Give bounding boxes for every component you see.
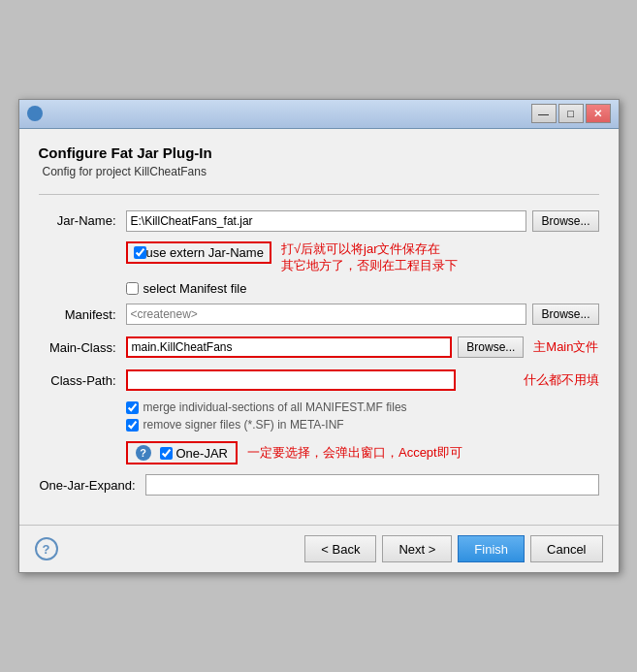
footer-bar: ? < Back Next > Finish Cancel xyxy=(19,525,619,572)
jar-name-input[interactable] xyxy=(126,210,527,232)
jar-name-row: Jar-Name: Browse... xyxy=(39,208,599,234)
use-extern-checkbox[interactable] xyxy=(134,246,146,259)
main-class-row: Main-Class: Browse... 主Main文件 xyxy=(39,335,599,360)
one-jar-container: ? One-JAR xyxy=(126,441,238,464)
main-window: — □ ✕ Configure Fat Jar Plug-In Config f… xyxy=(18,99,620,574)
main-class-label: Main-Class: xyxy=(39,340,126,355)
one-jar-label: One-JAR xyxy=(176,446,228,461)
class-path-label: Class-Path: xyxy=(39,373,126,388)
one-jar-help-icon[interactable]: ? xyxy=(136,445,151,461)
one-jar-checkbox[interactable] xyxy=(160,447,173,460)
class-path-input[interactable] xyxy=(126,369,456,391)
dialog-title: Configure Fat Jar Plug-In xyxy=(39,144,599,161)
main-class-input[interactable] xyxy=(126,336,453,358)
jar-name-label: Jar-Name: xyxy=(39,213,126,228)
jar-name-browse-button[interactable]: Browse... xyxy=(532,210,598,232)
manifest-label: Manifest: xyxy=(39,307,126,322)
titlebar: — □ ✕ xyxy=(19,100,619,129)
select-manifest-checkbox[interactable] xyxy=(126,282,139,295)
use-extern-label: use extern Jar-Name xyxy=(146,245,264,260)
next-button[interactable]: Next > xyxy=(382,535,452,562)
one-jar-row: ? One-JAR 一定要选择，会弹出窗口，Accept即可 xyxy=(39,441,599,464)
footer-buttons: < Back Next > Finish Cancel xyxy=(304,535,602,562)
merge-label: merge individual-sections of all MANIFES… xyxy=(143,400,407,414)
cancel-button[interactable]: Cancel xyxy=(530,535,602,562)
finish-button[interactable]: Finish xyxy=(458,535,525,562)
manifest-row: Manifest: Browse... xyxy=(39,302,599,327)
manifest-browse-button[interactable]: Browse... xyxy=(532,304,598,325)
options-section: merge individual-sections of all MANIFES… xyxy=(126,400,599,432)
select-manifest-row: select Manifest file xyxy=(126,281,599,296)
main-class-browse-button[interactable]: Browse... xyxy=(458,336,524,358)
one-jar-expand-label: One-Jar-Expand: xyxy=(39,478,145,493)
remove-label: remove signer files (*.SF) in META-INF xyxy=(143,418,344,432)
class-path-annotation: 什么都不用填 xyxy=(524,372,599,389)
remove-option-row: remove signer files (*.SF) in META-INF xyxy=(126,418,599,432)
window-icon xyxy=(27,106,43,121)
divider xyxy=(39,194,599,195)
one-jar-annotation: 一定要选择，会弹出窗口，Accept即可 xyxy=(247,445,462,462)
merge-option-row: merge individual-sections of all MANIFES… xyxy=(126,400,599,414)
use-extern-annotation: 打√后就可以将jar文件保存在 其它地方了，否则在工程目录下 xyxy=(281,241,458,274)
maximize-button[interactable]: □ xyxy=(558,104,584,123)
select-manifest-label: select Manifest file xyxy=(143,281,247,296)
main-class-annotation: 主Main文件 xyxy=(533,339,598,356)
titlebar-left xyxy=(27,106,43,121)
help-button[interactable]: ? xyxy=(35,537,58,560)
back-button[interactable]: < Back xyxy=(304,535,376,562)
dialog-subtitle: Config for project KillCheatFans xyxy=(39,165,599,178)
merge-checkbox[interactable] xyxy=(126,401,139,414)
remove-checkbox[interactable] xyxy=(126,419,139,432)
one-jar-expand-input[interactable] xyxy=(145,474,599,496)
manifest-input[interactable] xyxy=(126,304,527,325)
titlebar-controls[interactable]: — □ ✕ xyxy=(531,104,611,123)
close-button[interactable]: ✕ xyxy=(586,104,611,123)
minimize-button[interactable]: — xyxy=(531,104,557,123)
class-path-row: Class-Path: 什么都不用填 xyxy=(39,368,599,393)
one-jar-expand-row: One-Jar-Expand: xyxy=(39,472,599,497)
use-extern-checkbox-container: use extern Jar-Name xyxy=(126,241,271,264)
dialog-content: Configure Fat Jar Plug-In Config for pro… xyxy=(19,129,619,516)
